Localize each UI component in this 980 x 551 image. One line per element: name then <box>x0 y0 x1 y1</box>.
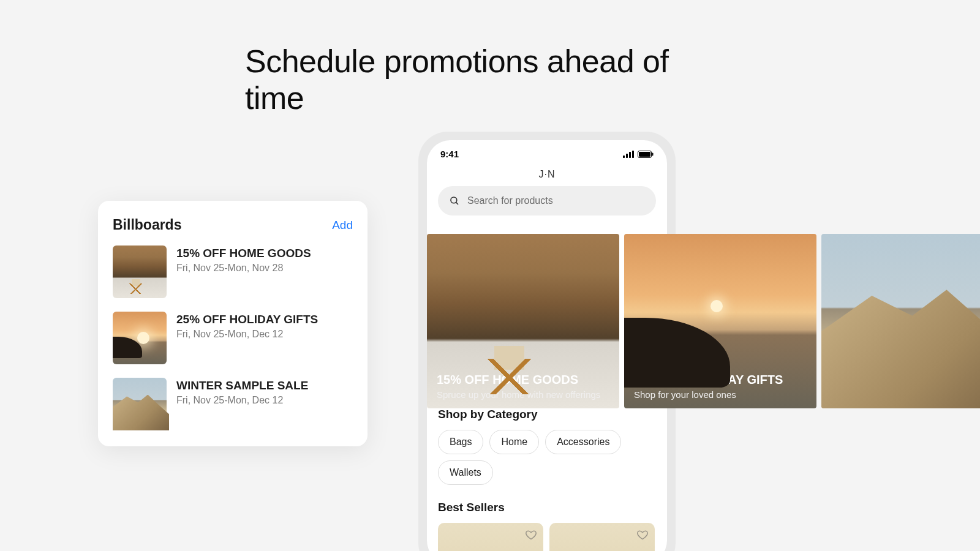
promo-title: 25% OFF HOLIDAY GIFTS <box>634 373 807 387</box>
best-sellers-label: Best Sellers <box>438 501 656 514</box>
category-chip-wallets[interactable]: Wallets <box>438 460 493 485</box>
billboards-panel: Billboards Add 15% OFF HOME GOODS Fri, N… <box>98 201 368 446</box>
promo-overlay: 15% OFF HOME GOODS Spruce up your home w… <box>437 373 609 400</box>
product-card[interactable] <box>438 523 543 551</box>
add-button[interactable]: Add <box>332 219 353 232</box>
billboard-thumb <box>113 312 167 364</box>
status-bar: 9:41 <box>427 140 667 162</box>
battery-icon <box>638 151 654 158</box>
promo-subtitle: Spruce up your home with new offerings <box>437 389 609 400</box>
promo-title: WINTER SAMPLE SALE <box>831 373 980 387</box>
billboard-thumb <box>113 378 167 430</box>
billboard-thumb <box>113 246 167 298</box>
billboard-item[interactable]: WINTER SAMPLE SALE Fri, Nov 25-Mon, Dec … <box>113 378 353 430</box>
billboards-header: Billboards Add <box>113 217 353 233</box>
billboard-item-title: WINTER SAMPLE SALE <box>176 379 308 392</box>
svg-rect-2 <box>629 152 631 158</box>
search-icon <box>449 195 460 206</box>
svg-rect-5 <box>639 152 650 157</box>
billboard-item-date: Fri, Nov 25-Mon, Nov 28 <box>176 263 311 274</box>
promo-carousel[interactable]: 15% OFF HOME GOODS Spruce up your home w… <box>427 234 980 408</box>
billboard-item-date: Fri, Nov 25-Mon, Dec 12 <box>176 329 318 340</box>
billboard-item[interactable]: 15% OFF HOME GOODS Fri, Nov 25-Mon, Nov … <box>113 246 353 298</box>
promo-card[interactable]: WINTER SAMPLE SALE Shop one of a kind pi… <box>821 234 980 408</box>
page-title: Schedule promotions ahead of time <box>245 43 735 116</box>
category-chip-row: Bags Home Accessories Wallets <box>438 430 656 485</box>
heart-icon[interactable] <box>636 529 649 544</box>
promo-card[interactable]: 15% OFF HOME GOODS Spruce up your home w… <box>427 234 619 408</box>
category-chip-bags[interactable]: Bags <box>438 430 483 454</box>
billboard-item-title: 15% OFF HOME GOODS <box>176 247 311 260</box>
promo-subtitle: Shop for your loved ones <box>634 389 807 400</box>
billboard-item-date: Fri, Nov 25-Mon, Dec 12 <box>176 395 308 406</box>
svg-rect-1 <box>626 154 628 158</box>
shop-by-category-section: Shop by Category Bags Home Accessories W… <box>438 408 656 551</box>
billboard-item[interactable]: 25% OFF HOLIDAY GIFTS Fri, Nov 25-Mon, D… <box>113 312 353 364</box>
app-logo: J·N <box>427 162 667 186</box>
category-chip-home[interactable]: Home <box>489 430 539 454</box>
billboard-text: 25% OFF HOLIDAY GIFTS Fri, Nov 25-Mon, D… <box>176 312 318 364</box>
billboard-text: WINTER SAMPLE SALE Fri, Nov 25-Mon, Dec … <box>176 378 308 430</box>
svg-rect-3 <box>632 151 634 158</box>
billboard-item-title: 25% OFF HOLIDAY GIFTS <box>176 313 318 326</box>
billboard-text: 15% OFF HOME GOODS Fri, Nov 25-Mon, Nov … <box>176 246 311 298</box>
cellular-signal-icon <box>623 151 634 158</box>
svg-point-7 <box>451 197 457 203</box>
category-chip-accessories[interactable]: Accessories <box>545 430 621 454</box>
products-row <box>438 523 656 551</box>
status-indicators <box>623 151 654 158</box>
shop-by-category-label: Shop by Category <box>438 408 656 421</box>
promo-overlay: WINTER SAMPLE SALE Shop one of a kind pi… <box>831 373 980 400</box>
status-time: 9:41 <box>440 149 459 159</box>
search-placeholder: Search for products <box>467 195 553 206</box>
promo-card[interactable]: 25% OFF HOLIDAY GIFTS Shop for your love… <box>624 234 816 408</box>
svg-line-8 <box>456 202 458 204</box>
promo-title: 15% OFF HOME GOODS <box>437 373 609 387</box>
heart-icon[interactable] <box>525 529 537 544</box>
svg-rect-0 <box>623 156 625 158</box>
promo-subtitle: Shop one of a kind pieces <box>831 389 980 400</box>
search-bar[interactable]: Search for products <box>438 186 656 216</box>
product-card[interactable] <box>549 523 655 551</box>
billboards-title: Billboards <box>113 217 181 233</box>
promo-overlay: 25% OFF HOLIDAY GIFTS Shop for your love… <box>634 373 807 400</box>
svg-rect-6 <box>652 152 654 156</box>
